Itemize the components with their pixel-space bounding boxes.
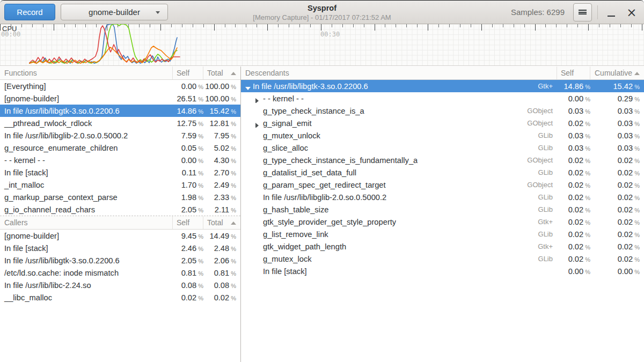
function-name: /etc/ld.so.cache: inode mismatch — [0, 269, 173, 277]
descendant-row[interactable]: g_hash_table_sizeGLib0.02%0.02% — [241, 203, 644, 216]
cumulative-percent: 0.03% — [590, 131, 644, 140]
cumulative-percent: 0.02% — [590, 193, 644, 202]
close-button[interactable]: × — [623, 3, 641, 21]
callers-header: Callers Self Total — [0, 216, 240, 230]
descendant-row[interactable]: g_mutex_unlockGLib0.03%0.03% — [241, 129, 644, 142]
descendant-row[interactable]: g_type_check_instance_is_fundamentally_a… — [241, 154, 644, 166]
caller-row[interactable]: In file /usr/lib/libc-2.24.so0.08%0.08% — [0, 279, 240, 291]
minimize-button[interactable] — [603, 3, 619, 21]
total-percent: 0.02% — [203, 293, 240, 302]
functions-column-header[interactable]: Functions — [0, 67, 173, 79]
expander-closed-icon[interactable] — [255, 123, 259, 128]
function-name: __pthread_rwlock_rdlock — [0, 119, 173, 128]
self-percent: 0.02% — [557, 156, 590, 165]
descendant-row[interactable]: g_datalist_id_set_data_fullGLib0.02%0.02… — [241, 166, 644, 179]
descendant-row[interactable]: g_slice_allocGLib0.03%0.03% — [241, 142, 644, 154]
cumulative-percent: 0.03% — [590, 144, 644, 152]
function-row[interactable]: _int_malloc1.70%2.49% — [0, 179, 240, 191]
caller-row[interactable]: __libc_malloc0.02%0.02% — [0, 291, 240, 304]
self-percent: 0.08% — [173, 281, 203, 290]
record-button[interactable]: Record — [4, 4, 55, 20]
caller-row[interactable]: [gnome-builder]9.45%14.49% — [0, 230, 240, 242]
descendants-column-header[interactable]: Descendants — [241, 67, 557, 79]
cpu-graph[interactable]: CPU 00:00 00:30 — [0, 24, 644, 66]
callers-total-column-header[interactable]: Total — [203, 216, 240, 229]
sort-ascending-icon — [634, 72, 640, 75]
descendant-row[interactable]: - - kernel - -0.00%0.29% — [241, 92, 644, 105]
descendant-name-cell: g_type_check_instance_is_aGObject — [241, 107, 557, 115]
total-percent: 0.08% — [203, 281, 240, 290]
descendant-name: g_slice_alloc — [263, 144, 308, 152]
function-row[interactable]: [Everything]0.00%100.00% — [0, 80, 240, 92]
left-panel: Functions Self Total [Everything]0.00%10… — [0, 67, 241, 362]
self-percent: 26.51% — [173, 94, 203, 103]
total-percent: 2.48% — [203, 244, 240, 253]
menu-button[interactable] — [573, 3, 592, 21]
function-row[interactable]: [gnome-builder]26.51%100.00% — [0, 92, 240, 105]
descendant-row[interactable]: g_mutex_lockGLib0.02%0.02% — [241, 253, 644, 265]
expander-open-icon[interactable] — [245, 87, 251, 90]
descendant-row[interactable]: g_type_check_instance_is_aGObject0.03%0.… — [241, 105, 644, 117]
function-name: __libc_malloc — [0, 293, 173, 302]
self-percent: 0.02% — [557, 218, 590, 226]
descendant-row[interactable]: g_signal_emitGObject0.02%0.03% — [241, 117, 644, 129]
caller-row[interactable]: In file [stack]2.46%2.48% — [0, 242, 240, 254]
function-row[interactable]: g_markup_parse_context_parse1.98%2.33% — [0, 191, 240, 203]
descendant-name: gtk_style_provider_get_style_property — [263, 218, 396, 226]
library-tag: GLib — [538, 205, 557, 213]
library-tag: GObject — [527, 181, 557, 189]
descendant-row[interactable]: g_param_spec_get_redirect_targetGObject0… — [241, 179, 644, 191]
caller-row[interactable]: In file /usr/lib/libgtk-3.so.0.2200.62.0… — [0, 254, 240, 267]
self-percent: 0.05% — [173, 144, 203, 152]
cumulative-percent: 0.00% — [590, 267, 644, 276]
descendant-name: g_mutex_lock — [263, 255, 312, 263]
descendant-row[interactable]: g_list_remove_linkGLib0.02%0.02% — [241, 228, 644, 240]
function-row[interactable]: __pthread_rwlock_rdlock12.75%12.81% — [0, 117, 240, 129]
descendant-row[interactable]: In file /usr/lib/libglib-2.0.so.0.5000.2… — [241, 191, 644, 203]
process-selector-dropdown[interactable]: gnome-builder — [61, 4, 168, 20]
callers-total-column-label: Total — [207, 218, 223, 227]
function-row[interactable]: In file [stack]0.11%2.70% — [0, 166, 240, 179]
total-percent: 5.02% — [203, 144, 240, 152]
expander-closed-icon[interactable] — [255, 98, 259, 103]
caller-row[interactable]: /etc/ld.so.cache: inode mismatch0.81%0.8… — [0, 267, 240, 279]
header-bar: Record gnome-builder Sysprof [Memory Cap… — [0, 1, 644, 24]
function-row[interactable]: - - kernel - -0.00%4.30% — [0, 154, 240, 166]
total-column-header[interactable]: Total — [203, 67, 240, 79]
self-percent: 0.00% — [557, 267, 590, 276]
descendant-row[interactable]: In file /usr/lib/libgtk-3.so.0.2200.6Gtk… — [241, 80, 644, 92]
self-percent: 0.02% — [557, 255, 590, 263]
self-percent: 9.45% — [173, 232, 203, 240]
library-tag: GLib — [538, 131, 557, 139]
descendant-name: g_mutex_unlock — [263, 131, 320, 140]
descendant-name-cell: g_param_spec_get_redirect_targetGObject — [241, 181, 557, 189]
sort-ascending-icon — [231, 221, 236, 225]
title-block: Sysprof [Memory Capture] - 01/17/2017 07… — [253, 4, 391, 21]
function-name: [Everything] — [0, 82, 173, 91]
function-row[interactable]: In file /usr/lib/libgtk-3.so.0.2200.614.… — [0, 105, 240, 117]
cumulative-percent: 0.02% — [590, 230, 644, 239]
function-name: In file /usr/lib/libc-2.24.so — [0, 281, 173, 290]
function-row[interactable]: In file /usr/lib/libglib-2.0.so.0.5000.2… — [0, 129, 240, 142]
descendant-name-cell: g_signal_emitGObject — [241, 119, 557, 128]
callers-column-header[interactable]: Callers — [0, 216, 173, 229]
header-separator — [597, 5, 598, 19]
function-row[interactable]: g_io_channel_read_chars2.05%2.11% — [0, 203, 240, 216]
callers-self-column-header[interactable]: Self — [173, 216, 203, 229]
callers-table: [gnome-builder]9.45%14.49%In file [stack… — [0, 230, 240, 304]
self-percent: 14.86% — [557, 82, 590, 91]
self-column-header[interactable]: Self — [173, 67, 203, 79]
descendant-row[interactable]: gtk_widget_path_lengthGtk+0.02%0.02% — [241, 240, 644, 253]
function-row[interactable]: g_resource_enumerate_children0.05%5.02% — [0, 142, 240, 154]
descendants-header: Descendants Self Cumulative — [241, 67, 644, 80]
descendant-name: - - kernel - - — [263, 94, 304, 103]
descendant-row[interactable]: gtk_style_provider_get_style_propertyGtk… — [241, 216, 644, 228]
total-percent: 100.00% — [203, 94, 240, 103]
descendant-name: gtk_widget_path_length — [263, 242, 346, 251]
descendant-name-cell: g_mutex_unlockGLib — [241, 131, 557, 140]
descendants-self-column-header[interactable]: Self — [557, 67, 590, 79]
cumulative-column-header[interactable]: Cumulative — [590, 67, 644, 79]
cumulative-percent: 0.02% — [590, 181, 644, 189]
descendant-row[interactable]: In file [stack]0.00%0.00% — [241, 265, 644, 277]
total-percent: 100.00% — [203, 82, 240, 91]
